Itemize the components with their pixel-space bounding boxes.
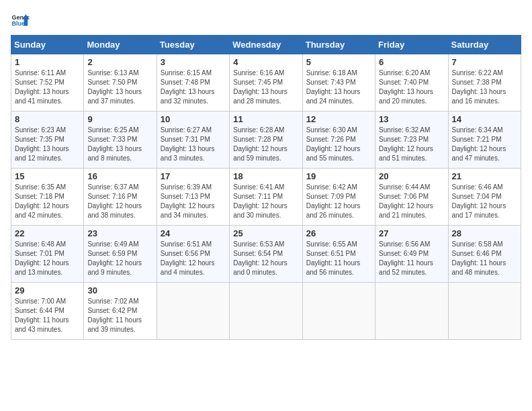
- day-info: Sunrise: 6:46 AMSunset: 7:04 PMDaylight:…: [452, 183, 506, 219]
- day-info: Sunrise: 6:37 AMSunset: 7:16 PMDaylight:…: [87, 183, 142, 219]
- day-info: Sunrise: 6:18 AMSunset: 7:43 PMDaylight:…: [306, 69, 361, 105]
- calendar-day-cell: 25 Sunrise: 6:53 AMSunset: 6:54 PMDaylig…: [230, 226, 302, 283]
- svg-text:Blue: Blue: [11, 20, 25, 27]
- calendar-day-cell: 20 Sunrise: 6:44 AMSunset: 7:06 PMDaylig…: [375, 169, 448, 226]
- calendar-week-row: 15 Sunrise: 6:35 AMSunset: 7:18 PMDaylig…: [11, 169, 521, 226]
- day-number: 28: [452, 228, 517, 238]
- weekday-header-row: SundayMondayTuesdayWednesdayThursdayFrid…: [11, 36, 521, 54]
- day-info: Sunrise: 6:30 AMSunset: 7:26 PMDaylight:…: [306, 126, 361, 162]
- day-info: Sunrise: 6:13 AMSunset: 7:50 PMDaylight:…: [87, 69, 142, 105]
- calendar-day-cell: 26 Sunrise: 6:55 AMSunset: 6:51 PMDaylig…: [302, 226, 375, 283]
- day-info: Sunrise: 6:16 AMSunset: 7:45 PMDaylight:…: [233, 69, 287, 105]
- day-info: Sunrise: 6:58 AMSunset: 6:46 PMDaylight:…: [452, 240, 506, 276]
- calendar-day-cell: 9 Sunrise: 6:25 AMSunset: 7:33 PMDayligh…: [84, 111, 157, 169]
- calendar-day-cell: 28 Sunrise: 6:58 AMSunset: 6:46 PMDaylig…: [448, 226, 521, 283]
- day-info: Sunrise: 6:11 AMSunset: 7:52 PMDaylight:…: [15, 69, 69, 105]
- day-number: 13: [379, 114, 444, 124]
- calendar-day-cell: 11 Sunrise: 6:28 AMSunset: 7:28 PMDaylig…: [230, 111, 302, 169]
- day-info: Sunrise: 6:49 AMSunset: 6:59 PMDaylight:…: [87, 240, 142, 276]
- calendar-day-cell: 1 Sunrise: 6:11 AMSunset: 7:52 PMDayligh…: [11, 54, 84, 111]
- calendar-day-cell: 8 Sunrise: 6:23 AMSunset: 7:35 PMDayligh…: [11, 111, 84, 169]
- day-info: Sunrise: 6:48 AMSunset: 7:01 PMDaylight:…: [15, 240, 69, 276]
- day-info: Sunrise: 6:44 AMSunset: 7:06 PMDaylight:…: [379, 183, 433, 219]
- calendar-day-cell: 24 Sunrise: 6:51 AMSunset: 6:56 PMDaylig…: [157, 226, 229, 283]
- calendar-day-cell: 22 Sunrise: 6:48 AMSunset: 7:01 PMDaylig…: [11, 226, 84, 283]
- weekday-header-cell: Tuesday: [157, 36, 229, 54]
- day-info: Sunrise: 6:55 AMSunset: 6:51 PMDaylight:…: [306, 240, 361, 276]
- day-info: Sunrise: 6:41 AMSunset: 7:11 PMDaylight:…: [233, 183, 287, 219]
- day-info: Sunrise: 6:56 AMSunset: 6:49 PMDaylight:…: [379, 240, 433, 276]
- day-number: 29: [15, 285, 80, 295]
- day-number: 9: [87, 114, 152, 124]
- day-info: Sunrise: 6:27 AMSunset: 7:31 PMDaylight:…: [161, 126, 215, 162]
- calendar-day-cell: 29 Sunrise: 7:00 AMSunset: 6:44 PMDaylig…: [11, 283, 84, 340]
- day-number: 5: [306, 57, 371, 67]
- day-info: Sunrise: 6:28 AMSunset: 7:28 PMDaylight:…: [233, 126, 287, 162]
- calendar-day-cell: [302, 283, 375, 340]
- calendar-day-cell: 23 Sunrise: 6:49 AMSunset: 6:59 PMDaylig…: [84, 226, 157, 283]
- calendar-day-cell: 21 Sunrise: 6:46 AMSunset: 7:04 PMDaylig…: [448, 169, 521, 226]
- calendar-day-cell: [448, 283, 521, 340]
- weekday-header-cell: Thursday: [302, 36, 375, 54]
- calendar-table: SundayMondayTuesdayWednesdayThursdayFrid…: [11, 35, 521, 340]
- calendar-day-cell: 14 Sunrise: 6:34 AMSunset: 7:21 PMDaylig…: [448, 111, 521, 169]
- calendar-day-cell: 10 Sunrise: 6:27 AMSunset: 7:31 PMDaylig…: [157, 111, 229, 169]
- weekday-header-cell: Saturday: [448, 36, 521, 54]
- day-number: 3: [161, 57, 226, 67]
- day-info: Sunrise: 6:34 AMSunset: 7:21 PMDaylight:…: [452, 126, 506, 162]
- calendar-day-cell: 16 Sunrise: 6:37 AMSunset: 7:16 PMDaylig…: [84, 169, 157, 226]
- calendar-day-cell: [230, 283, 302, 340]
- day-number: 6: [379, 57, 444, 67]
- logo: General Blue: [11, 11, 30, 30]
- calendar-day-cell: 13 Sunrise: 6:32 AMSunset: 7:23 PMDaylig…: [375, 111, 448, 169]
- calendar-day-cell: 3 Sunrise: 6:15 AMSunset: 7:48 PMDayligh…: [157, 54, 229, 111]
- day-info: Sunrise: 7:00 AMSunset: 6:44 PMDaylight:…: [15, 298, 69, 333]
- day-number: 4: [233, 57, 298, 67]
- calendar-day-cell: 15 Sunrise: 6:35 AMSunset: 7:18 PMDaylig…: [11, 169, 84, 226]
- day-number: 26: [306, 228, 371, 238]
- day-info: Sunrise: 7:02 AMSunset: 6:42 PMDaylight:…: [87, 298, 142, 333]
- calendar-week-row: 1 Sunrise: 6:11 AMSunset: 7:52 PMDayligh…: [11, 54, 521, 111]
- calendar-day-cell: 19 Sunrise: 6:42 AMSunset: 7:09 PMDaylig…: [302, 169, 375, 226]
- day-number: 30: [87, 285, 152, 295]
- day-info: Sunrise: 6:22 AMSunset: 7:38 PMDaylight:…: [452, 69, 506, 105]
- calendar-week-row: 29 Sunrise: 7:00 AMSunset: 6:44 PMDaylig…: [11, 283, 521, 340]
- day-info: Sunrise: 6:20 AMSunset: 7:40 PMDaylight:…: [379, 69, 433, 105]
- day-number: 7: [452, 57, 517, 67]
- day-number: 10: [161, 114, 226, 124]
- day-info: Sunrise: 6:51 AMSunset: 6:56 PMDaylight:…: [161, 240, 215, 276]
- day-number: 25: [233, 228, 298, 238]
- day-number: 12: [306, 114, 371, 124]
- day-info: Sunrise: 6:39 AMSunset: 7:13 PMDaylight:…: [161, 183, 215, 219]
- day-number: 2: [87, 57, 152, 67]
- day-info: Sunrise: 6:25 AMSunset: 7:33 PMDaylight:…: [87, 126, 142, 162]
- weekday-header-cell: Friday: [375, 36, 448, 54]
- calendar-day-cell: 7 Sunrise: 6:22 AMSunset: 7:38 PMDayligh…: [448, 54, 521, 111]
- day-info: Sunrise: 6:23 AMSunset: 7:35 PMDaylight:…: [15, 126, 69, 162]
- day-info: Sunrise: 6:53 AMSunset: 6:54 PMDaylight:…: [233, 240, 287, 276]
- day-number: 27: [379, 228, 444, 238]
- day-info: Sunrise: 6:42 AMSunset: 7:09 PMDaylight:…: [306, 183, 361, 219]
- calendar-day-cell: [157, 283, 229, 340]
- weekday-header-cell: Monday: [84, 36, 157, 54]
- calendar-day-cell: 17 Sunrise: 6:39 AMSunset: 7:13 PMDaylig…: [157, 169, 229, 226]
- calendar-day-cell: [375, 283, 448, 340]
- day-number: 11: [233, 114, 298, 124]
- day-number: 20: [379, 171, 444, 181]
- calendar-week-row: 22 Sunrise: 6:48 AMSunset: 7:01 PMDaylig…: [11, 226, 521, 283]
- day-number: 8: [15, 114, 80, 124]
- day-number: 17: [161, 171, 226, 181]
- calendar-day-cell: 12 Sunrise: 6:30 AMSunset: 7:26 PMDaylig…: [302, 111, 375, 169]
- day-number: 23: [87, 228, 152, 238]
- calendar-day-cell: 18 Sunrise: 6:41 AMSunset: 7:11 PMDaylig…: [230, 169, 302, 226]
- day-number: 15: [15, 171, 80, 181]
- calendar-day-cell: 4 Sunrise: 6:16 AMSunset: 7:45 PMDayligh…: [230, 54, 302, 111]
- weekday-header-cell: Sunday: [11, 36, 84, 54]
- day-number: 16: [87, 171, 152, 181]
- calendar-week-row: 8 Sunrise: 6:23 AMSunset: 7:35 PMDayligh…: [11, 111, 521, 169]
- calendar-day-cell: 2 Sunrise: 6:13 AMSunset: 7:50 PMDayligh…: [84, 54, 157, 111]
- day-number: 19: [306, 171, 371, 181]
- day-info: Sunrise: 6:35 AMSunset: 7:18 PMDaylight:…: [15, 183, 69, 219]
- page-header: General Blue: [11, 11, 521, 30]
- logo-icon: General Blue: [11, 11, 30, 30]
